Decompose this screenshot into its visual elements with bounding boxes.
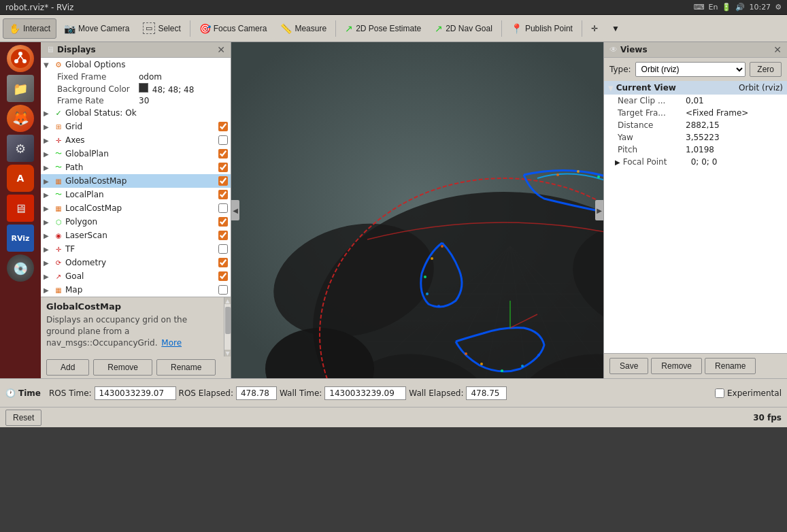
grid-expand[interactable]: ▶ bbox=[44, 123, 52, 131]
target-frame-value[interactable]: <Fixed Frame> bbox=[686, 108, 782, 118]
terminal-icon[interactable]: 🖥 bbox=[7, 195, 34, 222]
views-remove-button[interactable]: Remove bbox=[651, 358, 702, 374]
odometry-expand[interactable]: ▶ bbox=[44, 259, 52, 267]
views-type-select[interactable]: Orbit (rviz) bbox=[635, 62, 746, 77]
tf-expand[interactable]: ▶ bbox=[44, 246, 52, 253]
globalplan-checkbox[interactable] bbox=[218, 149, 228, 159]
grid-item[interactable]: ▶ ⊞ Grid bbox=[41, 120, 231, 133]
firefox-icon[interactable]: 🦊 bbox=[7, 105, 34, 132]
displays-close-button[interactable]: ✕ bbox=[217, 45, 225, 54]
global-options-expand[interactable]: ▼ bbox=[44, 61, 52, 69]
axes-item[interactable]: ▶ ✛ Axes bbox=[41, 133, 231, 147]
localcostmap-checkbox[interactable] bbox=[218, 203, 228, 213]
path-checkbox[interactable] bbox=[218, 163, 228, 172]
interact-button[interactable]: ✋ Interact bbox=[3, 18, 56, 39]
global-status-item[interactable]: ▶ ✓ Global Status: Ok bbox=[41, 106, 231, 120]
map-checkbox[interactable] bbox=[218, 285, 228, 295]
localcostmap-icon: ▦ bbox=[53, 203, 64, 214]
global-status-expand[interactable]: ▶ bbox=[44, 110, 52, 117]
globalcostmap-checkbox[interactable] bbox=[218, 176, 228, 186]
focal-point-value[interactable]: 0; 0; 0 bbox=[691, 157, 782, 167]
viewport[interactable]: ◀ ▶ bbox=[231, 42, 603, 378]
path-item[interactable]: ▶ 〜 Path bbox=[41, 161, 231, 174]
localplan-icon: 〜 bbox=[53, 189, 64, 200]
goal-item[interactable]: ▶ ↗ Goal bbox=[41, 269, 231, 283]
description-text: Displays an occupancy grid on the ground… bbox=[46, 314, 218, 348]
near-clip-value[interactable]: 0,01 bbox=[686, 96, 782, 105]
frame-rate-value[interactable]: 30 bbox=[139, 96, 228, 105]
settings-icon[interactable]: ⚙ bbox=[775, 3, 782, 12]
localplan-checkbox[interactable] bbox=[218, 190, 228, 199]
global-options-item[interactable]: ▼ ⚙ Global Options bbox=[41, 58, 231, 71]
map-item[interactable]: ▶ ▦ Map bbox=[41, 283, 231, 297]
tf-checkbox[interactable] bbox=[218, 244, 228, 254]
scroll-up-arrow[interactable]: ▲ bbox=[224, 297, 231, 304]
distance-property: Distance 2882,15 bbox=[604, 119, 787, 131]
focal-point-label: Focal Point bbox=[623, 157, 691, 167]
localplan-item[interactable]: ▶ 〜 LocalPlan bbox=[41, 188, 231, 201]
views-save-button[interactable]: Save bbox=[609, 358, 648, 374]
yaw-value[interactable]: 3,55223 bbox=[686, 133, 782, 142]
near-clip-property: Near Clip ... 0,01 bbox=[604, 95, 787, 107]
map-icon: ▦ bbox=[53, 284, 64, 295]
collapse-left-arrow[interactable]: ◀ bbox=[231, 200, 239, 220]
views-rename-button[interactable]: Rename bbox=[705, 358, 756, 374]
experimental-checkbox[interactable] bbox=[715, 388, 724, 398]
distance-value[interactable]: 2882,15 bbox=[686, 120, 782, 130]
focal-point-item[interactable]: ▶ Focal Point 0; 0; 0 bbox=[604, 156, 787, 168]
goal-expand[interactable]: ▶ bbox=[44, 273, 52, 280]
rviz-icon[interactable]: RViz bbox=[7, 225, 34, 252]
disc-icon[interactable]: 💿 bbox=[7, 254, 34, 282]
software-icon[interactable]: A bbox=[7, 165, 34, 192]
ubuntu-icon[interactable] bbox=[7, 45, 34, 72]
axes-expand[interactable]: ▶ bbox=[44, 137, 52, 144]
rename-display-button[interactable]: Rename bbox=[156, 359, 216, 376]
focus-camera-button[interactable]: 🎯 Focus Camera bbox=[193, 18, 273, 39]
publish-point-button[interactable]: 📍 Publish Point bbox=[505, 18, 579, 39]
views-close-button[interactable]: ✕ bbox=[773, 45, 782, 54]
description-scrollbar[interactable]: ▲ ▼ bbox=[224, 297, 231, 356]
localcostmap-item[interactable]: ▶ ▦ LocalCostMap bbox=[41, 201, 231, 215]
collapse-right-arrow[interactable]: ▶ bbox=[595, 200, 603, 220]
add-display-button[interactable]: Add bbox=[46, 359, 89, 376]
measure-button[interactable]: 📏 Measure bbox=[274, 18, 333, 39]
bg-color-value[interactable]: 48; 48; 48 bbox=[139, 83, 228, 95]
localplan-expand[interactable]: ▶ bbox=[44, 191, 52, 199]
map-expand[interactable]: ▶ bbox=[44, 286, 52, 294]
move-camera-button[interactable]: 📷 Move Camera bbox=[58, 18, 135, 39]
settings-app-icon[interactable]: ⚙ bbox=[7, 135, 34, 162]
reset-button[interactable]: Reset bbox=[5, 410, 41, 426]
laserscan-checkbox[interactable] bbox=[218, 231, 228, 240]
nav-goal-button[interactable]: ↗ 2D Nav Goal bbox=[429, 18, 499, 39]
axes-checkbox[interactable] bbox=[218, 135, 228, 145]
globalcostmap-item[interactable]: ▶ ▦ GlobalCostMap bbox=[41, 174, 231, 188]
pitch-value[interactable]: 1,0198 bbox=[686, 145, 782, 154]
files-icon[interactable]: 📁 bbox=[7, 75, 34, 102]
polygon-checkbox[interactable] bbox=[218, 217, 228, 227]
laserscan-item[interactable]: ▶ ◉ LaserScan bbox=[41, 229, 231, 242]
scroll-down-arrow[interactable]: ▼ bbox=[224, 350, 231, 356]
fixed-frame-value[interactable]: odom bbox=[139, 72, 228, 82]
views-zero-button[interactable]: Zero bbox=[750, 62, 782, 77]
odometry-item[interactable]: ▶ ⟳ Odometry bbox=[41, 256, 231, 269]
description-more-link[interactable]: More bbox=[161, 338, 182, 348]
odometry-checkbox[interactable] bbox=[218, 258, 228, 267]
localcostmap-expand[interactable]: ▶ bbox=[44, 205, 52, 212]
polygon-item[interactable]: ▶ ⬡ Polygon bbox=[41, 215, 231, 229]
goal-checkbox[interactable] bbox=[218, 271, 228, 281]
remove-display-button[interactable]: Remove bbox=[93, 359, 152, 376]
polygon-expand[interactable]: ▶ bbox=[44, 218, 52, 226]
pose-estimate-button[interactable]: ↗ 2D Pose Estimate bbox=[339, 18, 427, 39]
globalcostmap-expand[interactable]: ▶ bbox=[44, 178, 52, 185]
select-button[interactable]: ▭ Select bbox=[137, 18, 186, 39]
toolbar-dropdown-button[interactable]: ▼ bbox=[605, 18, 626, 39]
tf-item[interactable]: ▶ ✛ TF bbox=[41, 242, 231, 256]
globalplan-expand[interactable]: ▶ bbox=[44, 150, 52, 158]
current-view-header[interactable]: ▼ Current View Orbit (rviz) bbox=[604, 81, 787, 95]
globalplan-item[interactable]: ▶ 〜 GlobalPlan bbox=[41, 147, 231, 161]
displays-scroll-area[interactable]: ▼ ⚙ Global Options Fixed Frame odom Back… bbox=[41, 58, 231, 297]
grid-checkbox[interactable] bbox=[218, 122, 228, 131]
add-toolbar-button[interactable]: ✛ bbox=[585, 18, 604, 39]
path-expand[interactable]: ▶ bbox=[44, 164, 52, 171]
laserscan-expand[interactable]: ▶ bbox=[44, 232, 52, 239]
